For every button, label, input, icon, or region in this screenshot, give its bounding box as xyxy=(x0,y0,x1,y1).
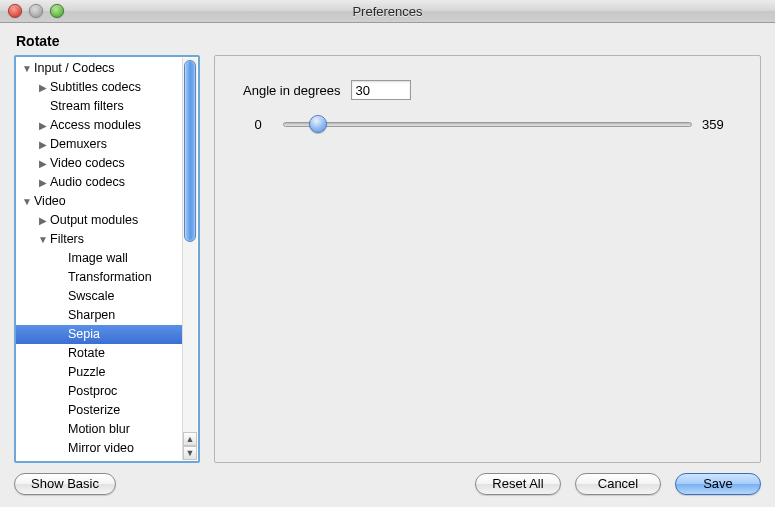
tree-row[interactable]: Stream filters xyxy=(16,97,183,116)
tree-row-label: Sharpen xyxy=(68,306,115,325)
tree-row-label: Input / Codecs xyxy=(34,59,115,78)
tree[interactable]: ▼Input / Codecs▶Subtitles codecsStream f… xyxy=(16,57,183,461)
slider-min-label: 0 xyxy=(243,117,273,132)
tree-row-label: Puzzle xyxy=(68,363,106,382)
tree-row[interactable]: ▶Subtitles codecs xyxy=(16,78,183,97)
tree-row-label: Posterize xyxy=(68,401,120,420)
tree-row[interactable]: Postproc xyxy=(16,382,183,401)
chevron-right-icon[interactable]: ▶ xyxy=(38,173,48,192)
tree-row-label: Sepia xyxy=(68,325,100,344)
angle-slider[interactable] xyxy=(283,114,692,134)
scroll-up-icon[interactable]: ▲ xyxy=(183,432,197,446)
angle-slider-row: 0 359 xyxy=(243,114,732,134)
scroll-down-icon[interactable]: ▼ xyxy=(183,446,197,460)
tree-row-label: Audio codecs xyxy=(50,173,125,192)
show-basic-button[interactable]: Show Basic xyxy=(14,473,116,495)
tree-row[interactable]: ▶Demuxers xyxy=(16,135,183,154)
angle-label: Angle in degrees xyxy=(243,83,341,98)
tree-row-label: Subtitles codecs xyxy=(50,78,141,97)
tree-row[interactable]: Transformation xyxy=(16,268,183,287)
chevron-down-icon[interactable]: ▼ xyxy=(22,192,32,211)
tree-row[interactable]: Mirror video xyxy=(16,439,183,458)
tree-row-label: Video codecs xyxy=(50,154,125,173)
chevron-right-icon[interactable]: ▶ xyxy=(38,211,48,230)
slider-max-label: 359 xyxy=(702,117,732,132)
close-icon[interactable] xyxy=(8,4,22,18)
tree-row[interactable]: ▼Input / Codecs xyxy=(16,59,183,78)
tree-row-label: Stream filters xyxy=(50,97,124,116)
tree-row[interactable]: ▼Video xyxy=(16,192,183,211)
reset-all-button[interactable]: Reset All xyxy=(475,473,561,495)
tree-row[interactable]: Puzzle xyxy=(16,363,183,382)
page-title: Rotate xyxy=(16,33,761,49)
tree-row-label: Video xyxy=(34,192,66,211)
minimize-icon[interactable] xyxy=(29,4,43,18)
chevron-down-icon[interactable]: ▼ xyxy=(38,230,48,249)
titlebar: Preferences xyxy=(0,0,775,23)
window-controls xyxy=(8,4,64,18)
content: Rotate ▼Input / Codecs▶Subtitles codecsS… xyxy=(0,23,775,507)
tree-row-label: Output modules xyxy=(50,211,138,230)
tree-row-label: Mirror video xyxy=(68,439,134,458)
tree-row[interactable]: ▶Audio codecs xyxy=(16,173,183,192)
tree-row[interactable]: ▶Video codecs xyxy=(16,154,183,173)
tree-row[interactable]: ▶Output modules xyxy=(16,211,183,230)
tree-row[interactable]: Sepia xyxy=(16,325,183,344)
tree-row-label: Image wall xyxy=(68,249,128,268)
tree-row-label: Swscale xyxy=(68,287,115,306)
window-title: Preferences xyxy=(352,4,422,19)
scrollbar[interactable]: ▲ ▼ xyxy=(182,58,197,460)
slider-track xyxy=(283,122,692,127)
chevron-right-icon[interactable]: ▶ xyxy=(38,78,48,97)
tree-row-label: Postproc xyxy=(68,382,117,401)
tree-row-label: Motion blur xyxy=(68,420,130,439)
slider-knob[interactable] xyxy=(309,115,327,133)
angle-field-row: Angle in degrees xyxy=(243,80,732,100)
main-panel: Angle in degrees 0 359 xyxy=(214,55,761,463)
tree-row[interactable]: Posterize xyxy=(16,401,183,420)
chevron-down-icon[interactable]: ▼ xyxy=(22,59,32,78)
chevron-right-icon[interactable]: ▶ xyxy=(38,154,48,173)
tree-row[interactable]: Sharpen xyxy=(16,306,183,325)
tree-row-label: Access modules xyxy=(50,116,141,135)
cancel-button[interactable]: Cancel xyxy=(575,473,661,495)
tree-row[interactable]: Motion blur xyxy=(16,420,183,439)
button-row: Show Basic Reset All Cancel Save xyxy=(14,473,761,495)
scroll-thumb[interactable] xyxy=(184,60,196,242)
angle-input[interactable] xyxy=(351,80,411,100)
tree-row-label: Transformation xyxy=(68,268,152,287)
panels: ▼Input / Codecs▶Subtitles codecsStream f… xyxy=(14,55,761,463)
chevron-right-icon[interactable]: ▶ xyxy=(38,116,48,135)
preferences-window: Preferences Rotate ▼Input / Codecs▶Subti… xyxy=(0,0,775,507)
tree-row[interactable]: ▶Access modules xyxy=(16,116,183,135)
tree-row-label: Rotate xyxy=(68,344,105,363)
zoom-icon[interactable] xyxy=(50,4,64,18)
tree-row-label: Filters xyxy=(50,230,84,249)
chevron-right-icon[interactable]: ▶ xyxy=(38,135,48,154)
save-button[interactable]: Save xyxy=(675,473,761,495)
tree-row[interactable]: Rotate xyxy=(16,344,183,363)
tree-row-label: Demuxers xyxy=(50,135,107,154)
tree-row[interactable]: ▼Filters xyxy=(16,230,183,249)
sidebar-wrap: ▼Input / Codecs▶Subtitles codecsStream f… xyxy=(14,55,200,463)
tree-row[interactable]: Swscale xyxy=(16,287,183,306)
sidebar: ▼Input / Codecs▶Subtitles codecsStream f… xyxy=(14,55,200,463)
tree-row[interactable]: Image wall xyxy=(16,249,183,268)
